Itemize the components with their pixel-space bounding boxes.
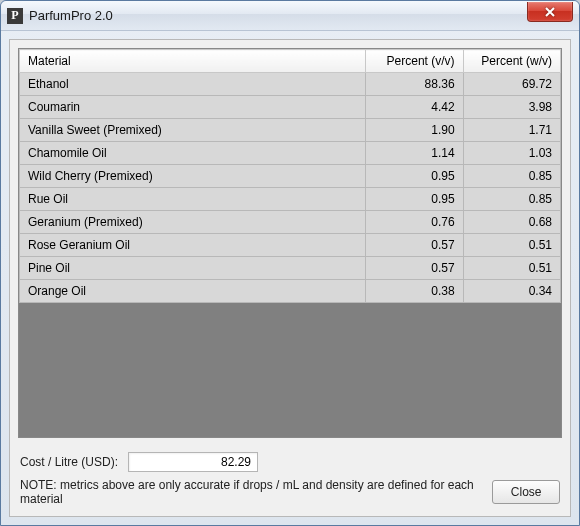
cell-percent-wv[interactable]: 3.98 xyxy=(463,96,560,119)
table-row[interactable]: Wild Cherry (Premixed)0.950.85 xyxy=(20,165,561,188)
table-row[interactable]: Rose Geranium Oil0.570.51 xyxy=(20,234,561,257)
materials-table-container: Material Percent (v/v) Percent (w/v) Eth… xyxy=(18,48,562,438)
window-title: ParfumPro 2.0 xyxy=(29,8,113,23)
app-window: P ParfumPro 2.0 Material Percent (v/v) P… xyxy=(0,0,580,526)
cell-percent-vv[interactable]: 0.57 xyxy=(366,257,463,280)
table-row[interactable]: Orange Oil0.380.34 xyxy=(20,280,561,303)
cell-percent-vv[interactable]: 0.38 xyxy=(366,280,463,303)
cell-material[interactable]: Geranium (Premixed) xyxy=(20,211,366,234)
cost-row: Cost / Litre (USD): 82.29 xyxy=(20,452,560,472)
close-button[interactable]: Close xyxy=(492,480,560,504)
content-panel: Material Percent (v/v) Percent (w/v) Eth… xyxy=(9,39,571,517)
cell-percent-wv[interactable]: 0.51 xyxy=(463,234,560,257)
cell-material[interactable]: Orange Oil xyxy=(20,280,366,303)
cell-percent-wv[interactable]: 69.72 xyxy=(463,73,560,96)
cell-material[interactable]: Chamomile Oil xyxy=(20,142,366,165)
close-icon xyxy=(544,7,556,17)
table-row[interactable]: Chamomile Oil1.141.03 xyxy=(20,142,561,165)
cell-percent-vv[interactable]: 4.42 xyxy=(366,96,463,119)
cell-material[interactable]: Pine Oil xyxy=(20,257,366,280)
cell-percent-wv[interactable]: 1.03 xyxy=(463,142,560,165)
materials-table[interactable]: Material Percent (v/v) Percent (w/v) Eth… xyxy=(19,49,561,303)
col-header-material[interactable]: Material xyxy=(20,50,366,73)
cell-percent-vv[interactable]: 0.95 xyxy=(366,165,463,188)
cell-material[interactable]: Ethanol xyxy=(20,73,366,96)
table-row[interactable]: Pine Oil0.570.51 xyxy=(20,257,561,280)
table-row[interactable]: Geranium (Premixed)0.760.68 xyxy=(20,211,561,234)
cell-material[interactable]: Rue Oil xyxy=(20,188,366,211)
cell-material[interactable]: Wild Cherry (Premixed) xyxy=(20,165,366,188)
cell-material[interactable]: Rose Geranium Oil xyxy=(20,234,366,257)
titlebar[interactable]: P ParfumPro 2.0 xyxy=(1,1,579,31)
cell-percent-vv[interactable]: 0.95 xyxy=(366,188,463,211)
cost-per-litre-field[interactable]: 82.29 xyxy=(128,452,258,472)
cell-material[interactable]: Coumarin xyxy=(20,96,366,119)
note-row: NOTE: metrics above are only accurate if… xyxy=(20,478,560,506)
cell-percent-wv[interactable]: 1.71 xyxy=(463,119,560,142)
table-row[interactable]: Vanilla Sweet (Premixed)1.901.71 xyxy=(20,119,561,142)
cell-percent-vv[interactable]: 0.76 xyxy=(366,211,463,234)
cell-percent-wv[interactable]: 0.34 xyxy=(463,280,560,303)
table-row[interactable]: Coumarin4.423.98 xyxy=(20,96,561,119)
cell-percent-vv[interactable]: 0.57 xyxy=(366,234,463,257)
table-header-row: Material Percent (v/v) Percent (w/v) xyxy=(20,50,561,73)
col-header-percent-wv[interactable]: Percent (w/v) xyxy=(463,50,560,73)
cell-percent-wv[interactable]: 0.51 xyxy=(463,257,560,280)
table-row[interactable]: Rue Oil0.950.85 xyxy=(20,188,561,211)
cell-percent-wv[interactable]: 0.68 xyxy=(463,211,560,234)
table-row[interactable]: Ethanol88.3669.72 xyxy=(20,73,561,96)
cost-label: Cost / Litre (USD): xyxy=(20,455,118,469)
cell-percent-wv[interactable]: 0.85 xyxy=(463,165,560,188)
col-header-percent-vv[interactable]: Percent (v/v) xyxy=(366,50,463,73)
app-icon: P xyxy=(7,8,23,24)
cell-percent-vv[interactable]: 1.90 xyxy=(366,119,463,142)
footer-panel: Cost / Litre (USD): 82.29 NOTE: metrics … xyxy=(10,446,570,516)
table-body: Ethanol88.3669.72Coumarin4.423.98Vanilla… xyxy=(20,73,561,303)
cell-material[interactable]: Vanilla Sweet (Premixed) xyxy=(20,119,366,142)
cell-percent-vv[interactable]: 1.14 xyxy=(366,142,463,165)
window-close-button[interactable] xyxy=(527,2,573,22)
cell-percent-wv[interactable]: 0.85 xyxy=(463,188,560,211)
cell-percent-vv[interactable]: 88.36 xyxy=(366,73,463,96)
table-empty-area xyxy=(19,303,561,437)
note-text: NOTE: metrics above are only accurate if… xyxy=(20,478,482,506)
